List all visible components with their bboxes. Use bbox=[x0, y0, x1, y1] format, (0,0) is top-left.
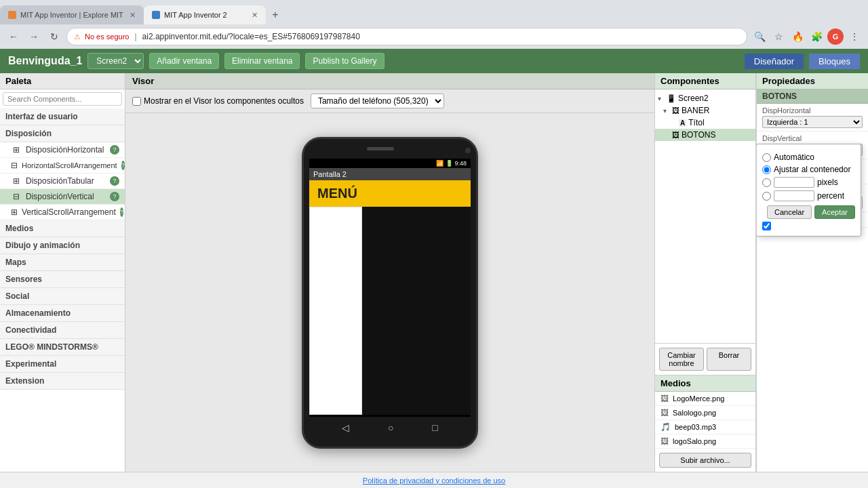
extension2-icon[interactable]: 🧩 bbox=[808, 28, 825, 45]
search-components-input[interactable] bbox=[3, 92, 122, 106]
ancho-percent-label: percent bbox=[817, 191, 844, 201]
search-icon[interactable]: 🔍 bbox=[751, 28, 768, 45]
phone-mockup: 📶 🔋 9:48 Pantalla 2 MENÚ bbox=[302, 137, 478, 449]
media-item-logosalo[interactable]: 🖼 logoSalo.png bbox=[655, 434, 755, 449]
medios-section: Medios 🖼 LogoMerce.png 🖼 Salologo.png 🎵 … bbox=[655, 375, 755, 472]
ancho-percent-input[interactable] bbox=[774, 190, 814, 201]
screen-selector[interactable]: Screen2 bbox=[87, 53, 144, 69]
phone-nav-bar: ◁ ○ □ bbox=[309, 417, 471, 439]
phone-size-select[interactable]: Tamaño del teléfono (505,320) bbox=[311, 94, 444, 108]
popup-checkbox[interactable] bbox=[762, 222, 771, 230]
browser-tab-1[interactable]: MIT App Inventor | Explore MIT ... ✕ bbox=[0, 5, 144, 24]
new-tab-button[interactable]: + bbox=[266, 5, 285, 24]
baner-icon: 🖼 bbox=[672, 106, 679, 115]
cancel-width-button[interactable]: Cancelar bbox=[767, 205, 812, 219]
ancho-automatico-label: Automático bbox=[774, 152, 814, 162]
disposicion-horizontal-info[interactable]: ? bbox=[110, 145, 119, 155]
recents-nav-icon: □ bbox=[432, 422, 437, 433]
palette-category-experimental[interactable]: Experimental bbox=[0, 356, 125, 373]
bloques-button[interactable]: Bloques bbox=[809, 54, 860, 69]
remove-window-button[interactable]: Eliminar ventana bbox=[224, 53, 300, 69]
comp-item-botons[interactable]: 🖼 BOTONS bbox=[655, 129, 755, 141]
phone-status-bar: 📶 🔋 9:48 bbox=[309, 159, 471, 168]
propiedades-header: Propiedades bbox=[757, 73, 868, 89]
palette-item-disposicionvertical[interactable]: ⊟ DisposiciónVertical ? bbox=[0, 189, 125, 205]
address-bar-row: ← → ↻ ⚠ No es seguro | ai2.appinventor.m… bbox=[0, 24, 868, 49]
menu-text: MENÚ bbox=[317, 186, 357, 201]
palette-category-conectividad[interactable]: Conectividad bbox=[0, 322, 125, 339]
rename-button[interactable]: Cambiar nombre bbox=[659, 348, 704, 371]
security-warning-icon: ⚠ bbox=[74, 33, 81, 41]
palette-category-extension[interactable]: Extension bbox=[0, 373, 125, 390]
palette-category-disposicion[interactable]: Disposición bbox=[0, 125, 125, 142]
palette-item-verticalscroll[interactable]: ⊞ VerticalScrollArrangement ? bbox=[0, 205, 125, 220]
disposicion-vertical-icon: ⊟ bbox=[11, 191, 22, 202]
media-item-logomerce[interactable]: 🖼 LogoMerce.png bbox=[655, 392, 755, 406]
tab1-close[interactable]: ✕ bbox=[130, 11, 136, 20]
ancho-pixels-label: pixels bbox=[817, 178, 838, 187]
phone-status-icons: 📶 🔋 9:48 bbox=[436, 160, 467, 167]
reload-button[interactable]: ↻ bbox=[46, 28, 62, 45]
address-box[interactable]: ⚠ No es seguro | ai2.appinventor.mit.edu… bbox=[66, 28, 747, 45]
palette-category-maps[interactable]: Maps bbox=[0, 254, 125, 271]
main-row: Paleta Interfaz de usuario Disposición ⊞… bbox=[0, 73, 868, 472]
disphorizontal-select[interactable]: Izquierda : 1 bbox=[762, 116, 863, 128]
phone-top-bar bbox=[309, 147, 471, 155]
palette-category-dibujo[interactable]: Dibujo y animación bbox=[0, 237, 125, 254]
menu-icon[interactable]: ⋮ bbox=[846, 28, 863, 45]
verticalscroll-info[interactable]: ? bbox=[120, 207, 123, 217]
palette-category-interfaz[interactable]: Interfaz de usuario bbox=[0, 108, 125, 125]
comp-item-titol[interactable]: A Títol bbox=[655, 117, 755, 129]
media-item-beep03[interactable]: 🎵 beep03.mp3 bbox=[655, 420, 755, 434]
upload-file-button[interactable]: Subir archivo... bbox=[659, 453, 751, 468]
browser-tab-2[interactable]: MIT App Inventor 2 ✕ bbox=[144, 5, 266, 24]
disposicion-vertical-info[interactable]: ? bbox=[110, 192, 119, 201]
palette-item-disposiciontabular[interactable]: ⊞ DisposiciónTabular ? bbox=[0, 174, 125, 189]
screen2-icon: 📱 bbox=[667, 94, 676, 103]
ancho-ajustar-radio[interactable] bbox=[762, 165, 771, 174]
componentes-header: Componentes bbox=[655, 73, 755, 89]
show-hidden-checkbox-label[interactable]: Mostrar en el Visor los componentes ocul… bbox=[132, 96, 304, 106]
accept-width-button[interactable]: Aceptar bbox=[814, 205, 855, 219]
bookmark-icon[interactable]: ☆ bbox=[770, 28, 787, 45]
comp-item-screen2[interactable]: ▾ 📱 Screen2 bbox=[655, 92, 755, 104]
user-avatar[interactable]: G bbox=[827, 28, 844, 45]
ancho-percent-radio[interactable] bbox=[762, 192, 771, 201]
status-bar: Política de privacidad y condiciones de … bbox=[0, 472, 868, 488]
media-item-salologo[interactable]: 🖼 Salologo.png bbox=[655, 406, 755, 420]
ancho-pixels-input[interactable] bbox=[774, 177, 814, 188]
popup-buttons: Cancelar Aceptar bbox=[762, 205, 855, 219]
palette-item-horizontalscroll[interactable]: ⊟ HorizontalScrollArrangement ? bbox=[0, 158, 125, 174]
publish-gallery-button[interactable]: Publish to Gallery bbox=[305, 53, 384, 69]
delete-button[interactable]: Borrar bbox=[707, 348, 751, 371]
phone-speaker bbox=[367, 147, 394, 150]
add-window-button[interactable]: Añadir ventana bbox=[149, 53, 219, 69]
horizontalscroll-info[interactable]: ? bbox=[121, 161, 125, 170]
home-nav-icon: ○ bbox=[388, 422, 393, 433]
forward-button[interactable]: → bbox=[26, 28, 42, 45]
palette-category-social[interactable]: Social bbox=[0, 288, 125, 305]
paleta-sidebar: Paleta Interfaz de usuario Disposición ⊞… bbox=[0, 73, 125, 472]
botons-icon: 🖼 bbox=[672, 131, 679, 139]
ancho-pixels-radio[interactable] bbox=[762, 178, 771, 187]
baner-expand-icon: ▾ bbox=[663, 107, 670, 115]
palette-category-sensores[interactable]: Sensores bbox=[0, 271, 125, 288]
privacy-link[interactable]: Política de privacidad y condiciones de … bbox=[363, 476, 505, 485]
palette-category-almacenamiento[interactable]: Almacenamiento bbox=[0, 305, 125, 322]
designer-button[interactable]: Diseñador bbox=[745, 54, 804, 69]
palette-item-disposicionhorizontal[interactable]: ⊞ DisposiciónHorizontal ? bbox=[0, 142, 125, 158]
extension1-icon[interactable]: 🔥 bbox=[789, 28, 806, 45]
tab1-favicon bbox=[8, 11, 16, 19]
palette-category-lego[interactable]: LEGO® MINDSTORMS® bbox=[0, 339, 125, 356]
show-hidden-checkbox[interactable] bbox=[132, 97, 141, 106]
disphorizontal-label: DispHorizontal bbox=[762, 106, 863, 115]
palette-category-medios[interactable]: Medios bbox=[0, 220, 125, 237]
disposicion-tabular-info[interactable]: ? bbox=[110, 176, 119, 186]
comp-item-baner[interactable]: ▾ 🖼 BANER bbox=[655, 104, 755, 117]
ancho-automatico-radio[interactable] bbox=[762, 153, 771, 162]
paleta-header: Paleta bbox=[0, 73, 125, 89]
back-button[interactable]: ← bbox=[5, 28, 22, 45]
width-popup: Automático Ajustar al contenedor pixels bbox=[757, 144, 861, 237]
visor-header: Visor bbox=[125, 73, 654, 89]
tab2-close[interactable]: ✕ bbox=[252, 11, 258, 20]
